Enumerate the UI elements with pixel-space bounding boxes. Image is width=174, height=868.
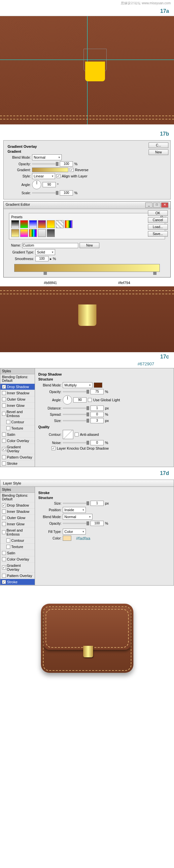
style-bevel-emboss[interactable]: Bevel and Emboss	[0, 527, 35, 537]
c-button[interactable]: C...	[149, 143, 168, 148]
gradient-stop-right[interactable]	[153, 272, 156, 275]
preset-swatch[interactable]	[47, 220, 55, 228]
minimize-button[interactable]: _	[145, 203, 152, 208]
style-gradient-overlay[interactable]: ✓Gradient Overlay	[0, 562, 35, 573]
style-stroke[interactable]: Stroke	[0, 461, 35, 467]
preset-swatch[interactable]	[29, 220, 37, 228]
close-button[interactable]: ✕	[161, 203, 168, 208]
style-satin[interactable]: Satin	[0, 550, 35, 556]
preset-swatch[interactable]	[38, 229, 46, 237]
style-contour[interactable]: Contour	[0, 537, 35, 544]
opacity-slider[interactable]	[63, 391, 89, 392]
angle-value[interactable]: 90	[43, 182, 56, 187]
preset-swatch[interactable]	[11, 220, 19, 228]
preset-swatch[interactable]	[38, 220, 46, 228]
gradient-stop-left[interactable]	[44, 272, 47, 275]
noise-value[interactable]: 0	[91, 440, 104, 445]
size-value[interactable]: 3	[91, 418, 104, 423]
spread-slider[interactable]	[63, 414, 89, 415]
style-outer-glow[interactable]: Outer Glow	[0, 515, 35, 521]
blend-mode-select[interactable]: Normal	[32, 154, 62, 160]
opacity-slider[interactable]	[32, 163, 58, 164]
knockout-checkbox[interactable]: ✓	[51, 446, 55, 450]
noise-slider[interactable]	[63, 442, 89, 443]
style-satin[interactable]: Satin	[0, 432, 35, 438]
knockout-label: Layer Knocks Out Drop Shadow	[57, 446, 109, 450]
opacity-value[interactable]: 100	[60, 161, 73, 166]
preset-swatch[interactable]	[65, 220, 73, 228]
position-select[interactable]: Inside	[63, 507, 86, 513]
opacity-value[interactable]: 75	[91, 389, 104, 394]
size-value[interactable]: 1	[91, 501, 104, 506]
clasp-shape	[85, 62, 105, 81]
scale-value[interactable]: 100	[60, 190, 73, 195]
opacity-slider[interactable]	[63, 523, 89, 524]
shadow-color-swatch[interactable]	[94, 382, 102, 388]
style-stroke[interactable]: ✓Stroke	[0, 579, 35, 585]
preset-swatch[interactable]	[47, 229, 55, 237]
load-button[interactable]: Load...	[148, 224, 168, 230]
style-texture[interactable]: Texture	[0, 544, 35, 550]
angle-dial[interactable]	[63, 395, 72, 405]
preset-swatch[interactable]	[20, 220, 28, 228]
gradient-name-input[interactable]	[22, 243, 78, 248]
new-gradient-button[interactable]: New	[80, 243, 99, 248]
style-pattern-overlay[interactable]: Pattern Overlay	[0, 454, 35, 461]
style-color-overlay[interactable]: Color Overlay	[0, 438, 35, 444]
style-inner-shadow[interactable]: Inner Shadow	[0, 390, 35, 396]
smoothness-value[interactable]: 100	[35, 256, 49, 261]
angle-dial[interactable]	[32, 180, 41, 189]
distance-value[interactable]: 1	[91, 406, 104, 411]
preset-swatch[interactable]	[29, 229, 37, 237]
style-outer-glow[interactable]: Outer Glow	[0, 396, 35, 403]
style-bevel-emboss[interactable]: Bevel and Emboss	[0, 409, 35, 419]
gradient-subhead: Gradient	[7, 150, 167, 153]
style-inner-shadow[interactable]: Inner Shadow	[0, 508, 35, 515]
blend-mode-select[interactable]: Normal	[63, 514, 93, 520]
contour-label: Contour:	[38, 433, 61, 436]
style-contour[interactable]: Contour	[0, 419, 35, 425]
gradient-type-select[interactable]: Solid	[35, 249, 55, 255]
style-color-overlay[interactable]: Color Overlay	[0, 556, 35, 562]
spread-value[interactable]: 0	[91, 412, 104, 417]
style-inner-glow[interactable]: Inner Glow	[0, 403, 35, 409]
reverse-checkbox[interactable]: ✓	[70, 168, 74, 172]
gradient-swatch[interactable]	[32, 167, 68, 172]
cancel-button[interactable]: Cancel	[148, 217, 168, 223]
blend-mode-select[interactable]: Multiply	[63, 382, 93, 388]
style-inner-glow[interactable]: Inner Glow	[0, 521, 35, 527]
blending-options[interactable]: Blending Options: Default	[0, 493, 35, 502]
size-slider[interactable]	[63, 503, 89, 504]
drop-shadow-header: Drop Shadow	[38, 372, 170, 376]
save-button[interactable]: Save...	[148, 231, 168, 237]
style-pattern-overlay[interactable]: Pattern Overlay	[0, 573, 35, 579]
style-select[interactable]: Linear	[32, 173, 55, 179]
preset-swatch[interactable]	[56, 220, 64, 228]
size-slider[interactable]	[63, 420, 89, 421]
anti-aliased-checkbox[interactable]	[75, 433, 79, 436]
fill-type-select[interactable]: Color	[63, 529, 86, 534]
angle-value[interactable]: 90	[73, 397, 86, 403]
size-label: Size:	[38, 419, 61, 423]
ok-button[interactable]: OK	[148, 210, 168, 216]
noise-label: Noise:	[38, 441, 61, 445]
gradient-overlay-panel: Gradient Overlay Gradient Blend Mode: No…	[3, 140, 171, 199]
style-drop-shadow[interactable]: ✓Drop Shadow	[0, 502, 35, 508]
scale-slider[interactable]	[32, 192, 58, 193]
position-label: Position:	[38, 508, 61, 512]
maximize-button[interactable]: □	[153, 203, 160, 208]
blending-options[interactable]: Blending Options: Default	[0, 374, 35, 384]
preset-swatch[interactable]	[11, 229, 19, 237]
preset-swatch[interactable]	[20, 229, 28, 237]
gradient-bar[interactable]	[14, 264, 160, 272]
new-style-button[interactable]: New	[149, 149, 168, 155]
stroke-color-swatch[interactable]	[63, 535, 71, 541]
style-texture[interactable]: Texture	[0, 425, 35, 432]
global-light-checkbox[interactable]	[88, 398, 92, 402]
opacity-value[interactable]: 100	[91, 521, 104, 526]
contour-swatch[interactable]	[63, 430, 73, 439]
style-drop-shadow[interactable]: ✓Drop Shadow	[0, 384, 35, 390]
distance-slider[interactable]	[63, 407, 89, 409]
align-checkbox[interactable]: ✓	[56, 174, 60, 178]
style-gradient-overlay[interactable]: ✓Gradient Overlay	[0, 444, 35, 454]
